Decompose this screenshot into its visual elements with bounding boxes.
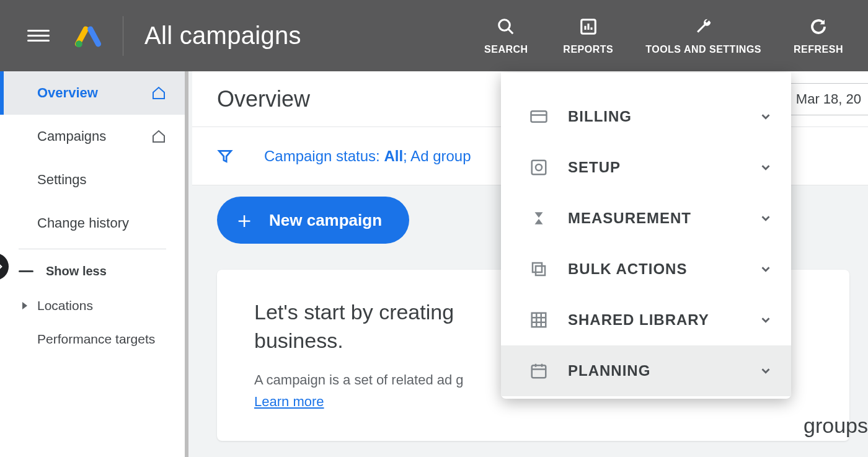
credit-card-icon (528, 106, 549, 127)
sidebar-item-overview[interactable]: Overview (0, 71, 185, 115)
refresh-icon (808, 16, 829, 37)
svg-point-0 (76, 40, 82, 47)
svg-point-1 (499, 20, 510, 31)
calendar-icon (528, 360, 549, 381)
svg-rect-14 (536, 266, 545, 275)
svg-marker-7 (219, 151, 231, 161)
svg-rect-8 (531, 111, 547, 122)
show-less-toggle[interactable]: Show less (0, 253, 185, 290)
sidebar-item-change-history[interactable]: Change history (0, 202, 185, 245)
dropdown-item-shared-library[interactable]: SHARED LIBRARY (501, 295, 791, 345)
sidebar-item-settings[interactable]: Settings (0, 158, 185, 202)
tools-settings-dropdown: BILLING SETUP MEASUREMENT BULK ACTIONS S… (501, 73, 791, 399)
filter-summary: Campaign status: All; Ad group (264, 148, 471, 165)
reports-icon (578, 16, 599, 37)
minus-icon (19, 270, 33, 272)
svg-rect-10 (532, 161, 546, 175)
dropdown-item-planning[interactable]: PLANNING (501, 345, 791, 396)
home-outline-icon (151, 129, 166, 144)
sidebar-item-campaigns[interactable]: Campaigns (0, 115, 185, 158)
divider (19, 249, 166, 249)
nav-refresh[interactable]: REFRESH (794, 16, 843, 55)
top-bar: All campaigns SEARCH REPORTS TOOLS AND S… (0, 0, 868, 71)
nav-reports[interactable]: REPORTS (563, 16, 613, 55)
home-icon (151, 86, 166, 100)
filter-icon (217, 148, 233, 164)
dropdown-item-measurement[interactable]: MEASUREMENT (501, 193, 791, 244)
svg-rect-15 (533, 263, 542, 272)
svg-point-11 (536, 164, 542, 171)
caret-right-icon (22, 302, 27, 309)
left-sidebar: Overview Campaigns Settings Change histo… (0, 71, 188, 457)
dropdown-item-bulk-actions[interactable]: BULK ACTIONS (501, 244, 791, 295)
new-campaign-button[interactable]: ＋ New campaign (217, 197, 409, 244)
dropdown-item-setup[interactable]: SETUP (501, 142, 791, 193)
svg-marker-13 (535, 219, 543, 224)
chevron-down-icon (759, 313, 773, 327)
sidebar-item-locations[interactable]: Locations (0, 290, 185, 322)
gear-icon (528, 157, 549, 178)
page-context-title: All campaigns (144, 22, 481, 50)
svg-line-2 (508, 29, 513, 34)
sidebar-item-label: Settings (37, 172, 87, 188)
stack-icon (528, 259, 549, 280)
search-icon (495, 16, 516, 37)
sidebar-item-label: Campaigns (37, 128, 106, 144)
top-nav: SEARCH REPORTS TOOLS AND SETTINGS REFRES… (481, 16, 843, 55)
nav-tools-settings[interactable]: TOOLS AND SETTINGS (645, 16, 761, 55)
hourglass-icon (528, 208, 549, 229)
sidebar-item-label: Overview (37, 85, 98, 101)
sidebar-item-performance-targets[interactable]: Performance targets (0, 322, 185, 356)
grid-icon (528, 309, 549, 331)
chevron-down-icon (759, 110, 773, 123)
chevron-down-icon (759, 161, 773, 174)
chevron-down-icon (759, 262, 773, 276)
svg-marker-12 (535, 212, 543, 218)
learn-more-link[interactable]: Learn more (254, 394, 324, 409)
chevron-down-icon (759, 211, 773, 225)
svg-rect-21 (532, 365, 546, 378)
sidebar-item-label: Change history (37, 215, 129, 231)
divider (123, 16, 123, 56)
svg-rect-16 (532, 313, 546, 327)
chevron-down-icon (759, 364, 773, 378)
nav-search[interactable]: SEARCH (481, 16, 531, 55)
date-range-picker[interactable]: Mar 18, 20 (783, 83, 868, 115)
card-heading-overflow: groups (797, 414, 868, 438)
google-ads-logo[interactable] (74, 22, 102, 50)
hamburger-menu-button[interactable] (27, 25, 50, 47)
wrench-icon (693, 16, 714, 37)
dropdown-item-billing[interactable]: BILLING (501, 91, 791, 142)
plus-icon: ＋ (233, 209, 255, 231)
